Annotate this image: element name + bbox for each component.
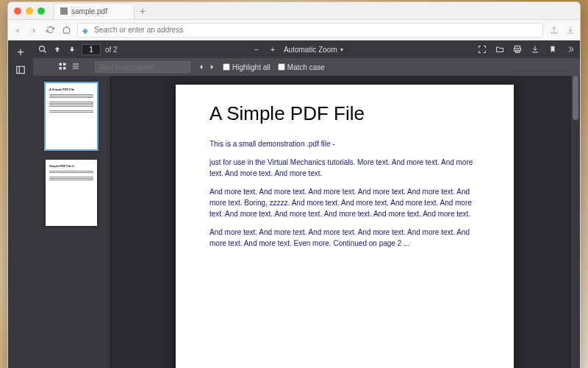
reload-button[interactable] xyxy=(45,25,55,35)
page-viewport[interactable]: A Simple PDF File This is a small demons… xyxy=(110,76,580,368)
downloads-button[interactable] xyxy=(565,25,576,35)
svg-rect-9 xyxy=(60,67,62,70)
address-field-wrap[interactable]: ◆ xyxy=(77,23,543,38)
find-next-button[interactable] xyxy=(208,63,215,71)
share-button[interactable] xyxy=(549,25,559,35)
vertical-scrollbar[interactable] xyxy=(571,76,580,368)
site-favicon: ◆ xyxy=(82,26,90,34)
find-input[interactable] xyxy=(95,61,190,73)
thumbnail-panel: A Simple PDF File Simple PDF File 2 xyxy=(33,76,110,368)
document-subtitle: This is a small demonstration .pdf file … xyxy=(209,140,480,148)
document-paragraph: And more text. And more text. And more t… xyxy=(209,186,480,219)
thumbnails-view-button[interactable] xyxy=(58,62,68,72)
svg-point-2 xyxy=(40,46,45,52)
find-bar: Highlight all Match case xyxy=(33,58,580,76)
fullscreen-button[interactable] xyxy=(477,44,487,54)
open-file-button[interactable] xyxy=(495,44,505,54)
address-bar: ‹ › ◆ xyxy=(8,20,580,40)
thumbnail-page-2[interactable]: Simple PDF File 2 xyxy=(46,160,97,226)
sidebar-toggle-button[interactable] xyxy=(13,63,28,77)
match-case-checkbox[interactable]: Match case xyxy=(278,63,325,71)
forward-button[interactable]: › xyxy=(29,25,39,35)
download-button[interactable] xyxy=(530,44,540,54)
zoom-label: Automatic Zoom xyxy=(284,46,337,54)
document-paragraph: just for use in the Virtual Mechanics tu… xyxy=(209,157,480,179)
svg-rect-10 xyxy=(63,67,66,70)
browser-window: sample.pdf + ‹ › ◆ + xyxy=(7,1,581,368)
pdf-favicon xyxy=(60,7,68,15)
document-title: A Simple PDF File xyxy=(209,102,480,125)
svg-rect-7 xyxy=(60,63,62,66)
previous-page-button[interactable] xyxy=(52,44,62,54)
new-tab-plus-icon[interactable]: + xyxy=(13,45,28,60)
svg-rect-0 xyxy=(17,66,25,73)
match-case-input[interactable] xyxy=(278,63,285,71)
outline-view-button[interactable] xyxy=(71,62,82,72)
content-area: A Simple PDF File Simple PDF File 2 xyxy=(33,76,580,368)
tab-strip: sample.pdf + xyxy=(54,3,149,19)
match-case-label: Match case xyxy=(287,63,325,71)
tab-title: sample.pdf xyxy=(71,7,107,15)
bookmark-button[interactable] xyxy=(548,44,558,54)
back-button[interactable]: ‹ xyxy=(12,25,23,35)
thumbnail-page-1[interactable]: A Simple PDF File xyxy=(46,83,97,149)
zoom-out-button[interactable]: − xyxy=(251,44,262,54)
highlight-all-checkbox[interactable]: Highlight all xyxy=(223,63,270,71)
address-input[interactable] xyxy=(94,26,538,34)
close-window-button[interactable] xyxy=(14,7,21,15)
highlight-all-input[interactable] xyxy=(223,63,230,71)
titlebar: sample.pdf + xyxy=(8,2,580,20)
tools-menu-button[interactable] xyxy=(565,44,576,54)
svg-line-3 xyxy=(44,51,46,53)
scrollbar-thumb[interactable] xyxy=(573,76,578,120)
zoom-select[interactable]: Automatic Zoom ▾ xyxy=(284,46,343,54)
pdf-viewer: + of 2 xyxy=(8,40,580,368)
highlight-all-label: Highlight all xyxy=(232,63,270,71)
tab-sample-pdf[interactable]: sample.pdf xyxy=(54,3,135,19)
window-controls xyxy=(14,7,45,15)
minimize-window-button[interactable] xyxy=(26,7,33,15)
find-previous-button[interactable] xyxy=(198,63,205,71)
zoom-in-button[interactable]: + xyxy=(268,44,278,54)
thumb-title: Simple PDF File 2 xyxy=(49,164,93,169)
svg-rect-8 xyxy=(63,63,66,66)
new-tab-button[interactable]: + xyxy=(136,4,149,18)
home-button[interactable] xyxy=(61,25,71,35)
document-paragraph: And more text. And more text. And more t… xyxy=(209,227,480,249)
page-number-input[interactable] xyxy=(82,44,101,55)
print-button[interactable] xyxy=(512,44,523,54)
left-sidebar-strip: + xyxy=(8,40,33,368)
maximize-window-button[interactable] xyxy=(37,7,45,15)
page-count-label: of 2 xyxy=(105,46,118,54)
search-button[interactable] xyxy=(37,44,48,54)
pdf-toolbar: of 2 − + Automatic Zoom ▾ xyxy=(33,40,580,58)
thumb-title: A Simple PDF File xyxy=(49,88,93,92)
pdf-page: A Simple PDF File This is a small demons… xyxy=(176,85,514,368)
viewer-main: of 2 − + Automatic Zoom ▾ xyxy=(33,40,580,368)
next-page-button[interactable] xyxy=(67,44,77,54)
chevron-down-icon: ▾ xyxy=(340,46,343,53)
